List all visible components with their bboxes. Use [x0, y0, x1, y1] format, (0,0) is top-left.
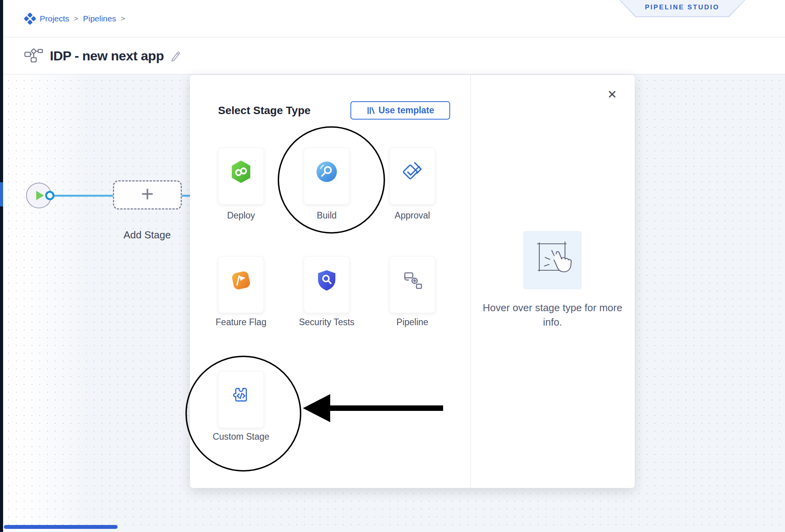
close-icon[interactable]: ✕ — [604, 86, 620, 102]
pipeline-flowchart-icon — [24, 48, 44, 63]
play-icon — [36, 191, 44, 200]
stage-label-custom-stage: Custom Stage — [198, 431, 284, 443]
stage-tile-pipeline[interactable] — [389, 256, 435, 313]
stage-label-approval: Approval — [370, 210, 455, 222]
pipeline-studio-page: Projects > Pipelines > PIPELINE STUDIO I… — [0, 0, 785, 532]
title-row: IDP - new next app — [24, 37, 182, 74]
breadcrumb: Projects > Pipelines > — [24, 0, 126, 37]
breadcrumb-projects-link[interactable]: Projects — [40, 14, 69, 23]
horizontal-scrollbar-thumb[interactable] — [4, 525, 118, 529]
pipeline-studio-badge-face: PIPELINE STUDIO — [620, 0, 745, 16]
left-edge-strip — [0, 0, 3, 532]
edge-connector-node[interactable] — [45, 191, 55, 200]
pipeline-icon — [400, 268, 424, 292]
edit-pencil-icon[interactable] — [170, 50, 182, 62]
hover-hint-text: Hover over stage type for more info. — [475, 301, 630, 329]
click-stage-sketch-icon — [523, 231, 582, 289]
stage-label-feature-flag: Feature Flag — [198, 316, 284, 328]
pipeline-studio-badge-label: PIPELINE STUDIO — [645, 4, 719, 13]
breadcrumb-separator: > — [120, 14, 126, 23]
security-tests-icon — [315, 268, 339, 292]
page-title: IDP - new next app — [50, 48, 164, 63]
stage-tile-feature-flag[interactable] — [218, 256, 264, 313]
custom-stage-icon — [229, 383, 253, 407]
stage-label-pipeline: Pipeline — [370, 316, 455, 328]
approval-icon — [400, 160, 424, 184]
hover-hint-illustration — [523, 231, 582, 289]
add-stage-label: Add Stage — [108, 229, 186, 241]
stage-label-build: Build — [284, 210, 370, 222]
plus-icon: + — [141, 183, 154, 205]
feature-flag-icon — [229, 268, 253, 292]
breadcrumb-pipelines-link[interactable]: Pipelines — [83, 14, 116, 23]
build-ci-icon — [315, 160, 339, 184]
use-template-button[interactable]: Use template — [350, 101, 450, 120]
pipeline-edge — [182, 195, 190, 197]
stage-tile-custom-stage[interactable] — [218, 371, 264, 428]
dialog-pane-divider — [470, 75, 471, 488]
breadcrumb-separator: > — [73, 14, 79, 23]
title-bar: IDP - new next app VISUAL YAML — [3, 37, 785, 74]
stage-tile-approval[interactable] — [389, 148, 435, 204]
stage-tile-deploy[interactable] — [218, 148, 264, 204]
template-library-icon — [366, 106, 375, 115]
harness-project-icon — [24, 13, 36, 25]
dialog-title: Select Stage Type — [218, 104, 311, 117]
stage-tile-build[interactable] — [304, 148, 350, 204]
pipeline-studio-badge: PIPELINE STUDIO — [619, 0, 745, 17]
use-template-label: Use template — [378, 105, 434, 116]
stage-label-deploy: Deploy — [198, 210, 284, 222]
add-stage-button[interactable]: + — [113, 180, 182, 210]
pipeline-edge — [55, 195, 113, 197]
stage-tile-security-tests[interactable] — [304, 256, 350, 313]
top-navigation-bar: Projects > Pipelines > PIPELINE STUDIO — [3, 0, 785, 37]
vertical-scrollbar-thumb[interactable] — [0, 182, 3, 206]
stage-label-security-tests: Security Tests — [284, 316, 370, 328]
deploy-cd-icon — [229, 160, 253, 184]
